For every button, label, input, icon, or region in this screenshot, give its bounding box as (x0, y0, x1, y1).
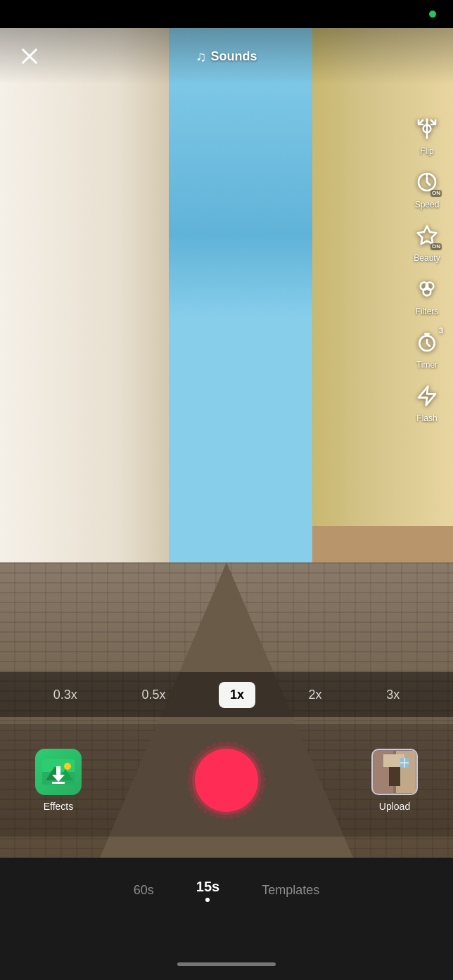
speed-05x[interactable]: 0.5x (130, 682, 177, 708)
top-bar: ♫ Sounds (0, 28, 453, 84)
home-indicator (177, 962, 276, 966)
flip-tool[interactable]: Flip (411, 112, 443, 156)
nav-tabs: 60s 15s Templates (134, 858, 319, 908)
upload-button[interactable]: Upload (371, 749, 418, 812)
filters-label: Filters (416, 307, 439, 316)
upload-label: Upload (379, 801, 410, 812)
timer-label: Timer (416, 360, 438, 370)
camera-view: ♫ Sounds Flip (0, 28, 453, 858)
flip-icon (411, 112, 443, 145)
status-bar (0, 0, 453, 28)
svg-rect-25 (389, 765, 400, 786)
svg-point-18 (64, 763, 71, 770)
svg-marker-13 (419, 387, 435, 406)
svg-marker-6 (418, 226, 437, 244)
beauty-tool[interactable]: ON Beauty (411, 219, 443, 263)
bottom-controls: Effects Upload (0, 724, 453, 837)
flash-icon (411, 380, 443, 412)
speed-tool[interactable]: ON Speed (411, 166, 443, 209)
timer-badge: 3 (439, 326, 443, 335)
timer-tool[interactable]: 3 Timer (411, 326, 443, 370)
close-icon (20, 46, 39, 66)
music-note-icon: ♫ (196, 49, 207, 65)
close-button[interactable] (14, 41, 45, 72)
speed-3x[interactable]: 3x (375, 682, 411, 708)
record-button[interactable] (195, 749, 258, 812)
effects-icon (35, 749, 82, 795)
svg-rect-19 (56, 766, 60, 775)
effects-label: Effects (44, 801, 74, 812)
beauty-label: Beauty (414, 253, 440, 263)
tab-15s-container: 15s (196, 879, 219, 902)
speed-1x[interactable]: 1x (219, 682, 255, 708)
speed-selector: 0.3x 0.5x 1x 2x 3x (0, 672, 453, 717)
active-tab-indicator (205, 898, 210, 902)
speed-icon: ON (411, 166, 443, 198)
speed-2x[interactable]: 2x (298, 682, 333, 708)
flip-label: Flip (420, 146, 433, 156)
right-toolbar: Flip ON Speed ON Beauty (411, 112, 443, 430)
speed-label: Speed (415, 200, 440, 209)
upload-thumbnail (371, 749, 418, 795)
sounds-label: Sounds (211, 49, 257, 64)
effects-button[interactable]: Effects (35, 749, 82, 812)
beauty-icon: ON (411, 219, 443, 252)
speed-on-badge: ON (430, 190, 442, 197)
tab-templates[interactable]: Templates (262, 883, 319, 898)
timer-icon: 3 (411, 326, 443, 359)
beauty-on-badge: ON (430, 243, 442, 250)
effects-thumbnail (42, 759, 75, 785)
speed-03x[interactable]: 0.3x (42, 682, 89, 708)
flash-tool[interactable]: Flash (411, 380, 443, 423)
flash-label: Flash (416, 413, 437, 423)
filters-tool[interactable]: Filters (411, 273, 443, 316)
status-indicator (429, 11, 436, 18)
svg-rect-21 (52, 782, 65, 784)
upload-preview (374, 751, 416, 793)
sounds-button[interactable]: ♫ Sounds (196, 49, 257, 65)
tab-60s[interactable]: 60s (134, 883, 154, 898)
filters-icon (411, 273, 443, 305)
bottom-nav: 60s 15s Templates (0, 858, 453, 980)
tab-15s[interactable]: 15s (196, 879, 219, 895)
